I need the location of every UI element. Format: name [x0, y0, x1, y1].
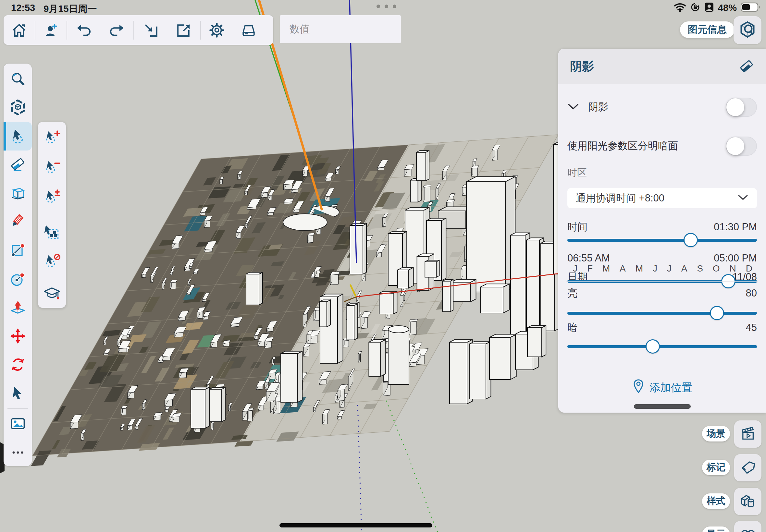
tutorial-button[interactable] [38, 279, 66, 308]
panel-header: 阴影 [558, 49, 766, 84]
tag-icon [739, 458, 757, 478]
location-pin-icon [632, 379, 645, 396]
light-slider[interactable] [567, 306, 757, 320]
light-label: 亮 [567, 286, 578, 300]
sun-toggle[interactable] [726, 137, 757, 156]
select-none-tool[interactable] [38, 247, 66, 275]
sun-row-label: 使用阳光参数区分明暗面 [567, 139, 678, 153]
timezone-label: 时区 [567, 166, 587, 179]
shadows-panel: 阴影 阴影 使用阳光参数区分明暗面 时区 通用协调时间 +8:00 时间 01:… [558, 49, 766, 413]
multitasking-dots-icon[interactable] [376, 5, 396, 8]
shadow-toggle[interactable] [726, 98, 757, 117]
time-label: 时间 [567, 220, 588, 234]
zoom-tool[interactable] [4, 65, 32, 93]
styles-button[interactable] [734, 488, 761, 515]
move-tool[interactable] [4, 322, 32, 350]
more-tools-button[interactable] [4, 438, 32, 467]
push-pull-tool[interactable] [4, 293, 32, 322]
home-button[interactable] [4, 21, 35, 39]
chevron-down-icon[interactable] [567, 103, 579, 112]
styles-label[interactable]: 样式 [702, 493, 730, 509]
shadow-row-label: 阴影 [588, 100, 608, 114]
chevron-down-icon [737, 194, 748, 202]
time-slider[interactable] [567, 233, 757, 247]
select-region-tool[interactable] [38, 218, 66, 247]
date-label: 9月15日周一 [43, 3, 97, 16]
time-max: 05:00 PM [714, 252, 757, 264]
home-indicator[interactable] [279, 523, 432, 527]
cube-search-icon [738, 20, 757, 40]
image-tool[interactable] [4, 409, 32, 438]
shapes-icon [739, 492, 757, 511]
drawer-button[interactable] [233, 21, 264, 39]
tools-toolbar [4, 64, 32, 466]
select-tool[interactable] [4, 122, 32, 151]
panel-resize-grip[interactable] [634, 404, 691, 409]
month-scale: JF MA MJ JA SO ND [573, 263, 752, 274]
dark-label: 暗 [567, 321, 578, 334]
battery-percent: 48% [718, 3, 737, 13]
rotation-lock-icon [690, 2, 700, 14]
light-value: 80 [746, 287, 757, 299]
dark-value: 45 [746, 322, 757, 333]
measurement-input[interactable] [280, 15, 401, 43]
time-min: 06:55 AM [567, 252, 610, 264]
battery-icon [741, 2, 761, 13]
tags-button[interactable] [734, 454, 761, 481]
circle-tool[interactable] [4, 265, 32, 293]
tags-label[interactable]: 标记 [702, 460, 730, 475]
select-add-tool[interactable] [38, 123, 66, 151]
pointer-tool[interactable] [4, 379, 32, 407]
display-label[interactable]: 显示 [702, 526, 730, 532]
settings-gear-icon[interactable] [201, 21, 232, 39]
wifi-icon [674, 2, 686, 13]
clapperboard-icon [739, 424, 757, 444]
status-bar: 12:53 9月15日周一 48% [0, 0, 766, 15]
eraser-tool[interactable] [4, 150, 32, 179]
redo-button[interactable] [101, 21, 132, 39]
search-model-button[interactable] [734, 16, 761, 44]
main-toolbar [4, 15, 273, 45]
add-location-button[interactable]: 添加位置 [558, 379, 766, 396]
scenes-label[interactable]: 场景 [702, 426, 730, 441]
panel-title: 阴影 [570, 58, 594, 75]
user-profile-icon [704, 2, 714, 14]
box-tool[interactable] [4, 179, 32, 208]
dark-slider[interactable] [567, 339, 757, 354]
line-tool[interactable] [4, 208, 32, 236]
scenes-button[interactable] [734, 420, 761, 448]
add-person-button[interactable] [35, 21, 67, 39]
select-toggle-tool[interactable] [38, 183, 66, 211]
select-flyout [38, 122, 66, 308]
display-button[interactable] [734, 521, 761, 532]
import-button[interactable] [135, 21, 166, 39]
timezone-select[interactable]: 通用协调时间 +8:00 [567, 188, 757, 208]
display-icon [739, 525, 757, 532]
rectangle-tool[interactable] [4, 236, 32, 265]
rotate-tool[interactable] [4, 350, 32, 379]
time-value: 01:30 PM [714, 221, 757, 233]
export-button[interactable] [168, 21, 199, 39]
select-subtract-tool[interactable] [38, 153, 66, 181]
undo-button[interactable] [68, 21, 100, 39]
timezone-value: 通用协调时间 +8:00 [576, 191, 664, 205]
clock: 12:53 [11, 3, 35, 16]
components-tool[interactable] [4, 93, 32, 122]
panel-eraser-icon[interactable] [738, 58, 755, 76]
entity-info-button[interactable]: 图元信息 [680, 21, 735, 38]
